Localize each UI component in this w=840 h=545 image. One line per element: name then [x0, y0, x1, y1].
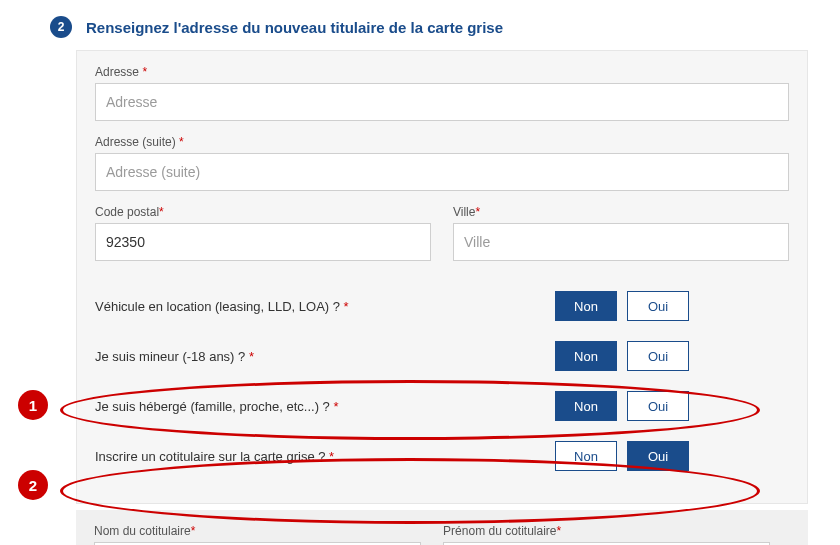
- required-mark: *: [329, 449, 334, 464]
- postal-input[interactable]: [95, 223, 431, 261]
- questions-block: Véhicule en location (leasing, LLD, LOA)…: [95, 285, 789, 485]
- address-panel: Adresse * Adresse (suite) * Code postal*…: [76, 50, 808, 504]
- question-minor: Je suis mineur (-18 ans) ? * Non Oui: [95, 335, 789, 385]
- postal-label: Code postal*: [95, 205, 431, 219]
- minor-yes-button[interactable]: Oui: [627, 341, 689, 371]
- question-label: Véhicule en location (leasing, LLD, LOA)…: [95, 299, 340, 314]
- required-mark: *: [142, 65, 147, 79]
- step-number: 2: [58, 20, 65, 34]
- leasing-yes-button[interactable]: Oui: [627, 291, 689, 321]
- field-coholder-firstname: Prénom du cotitulaire*: [443, 524, 770, 545]
- section-header: 2 Renseignez l'adresse du nouveau titula…: [0, 0, 840, 50]
- annotation-marker-1: 1: [18, 390, 48, 420]
- step-badge: 2: [50, 16, 72, 38]
- question-label: Je suis hébergé (famille, proche, etc...…: [95, 399, 330, 414]
- coholder-toggle: Non Oui: [555, 441, 689, 471]
- required-mark: *: [179, 135, 184, 149]
- minor-toggle: Non Oui: [555, 341, 689, 371]
- address-input[interactable]: [95, 83, 789, 121]
- coholder-panel: Nom du cotitulaire* Prénom du cotitulair…: [76, 510, 808, 545]
- required-mark: *: [191, 524, 196, 538]
- field-postal: Code postal*: [95, 205, 431, 261]
- city-label: Ville*: [453, 205, 789, 219]
- address2-label: Adresse (suite) *: [95, 135, 789, 149]
- required-mark: *: [333, 399, 338, 414]
- section-title: Renseignez l'adresse du nouveau titulair…: [86, 19, 503, 36]
- field-address: Adresse *: [95, 65, 789, 121]
- coholder-firstname-label: Prénom du cotitulaire*: [443, 524, 770, 538]
- required-mark: *: [249, 349, 254, 364]
- coholder-lastname-label: Nom du cotitulaire*: [94, 524, 421, 538]
- address2-input[interactable]: [95, 153, 789, 191]
- question-hosted: Je suis hébergé (famille, proche, etc...…: [95, 385, 789, 435]
- question-leasing: Véhicule en location (leasing, LLD, LOA)…: [95, 285, 789, 335]
- address-label: Adresse *: [95, 65, 789, 79]
- question-label: Je suis mineur (-18 ans) ?: [95, 349, 245, 364]
- required-mark: *: [475, 205, 480, 219]
- annotation-marker-2: 2: [18, 470, 48, 500]
- hosted-yes-button[interactable]: Oui: [627, 391, 689, 421]
- required-mark: *: [159, 205, 164, 219]
- field-address2: Adresse (suite) *: [95, 135, 789, 191]
- required-mark: *: [557, 524, 562, 538]
- hosted-toggle: Non Oui: [555, 391, 689, 421]
- minor-no-button[interactable]: Non: [555, 341, 617, 371]
- question-label: Inscrire un cotitulaire sur la carte gri…: [95, 449, 325, 464]
- leasing-no-button[interactable]: Non: [555, 291, 617, 321]
- required-mark: *: [344, 299, 349, 314]
- leasing-toggle: Non Oui: [555, 291, 689, 321]
- field-city: Ville*: [453, 205, 789, 261]
- question-coholder: Inscrire un cotitulaire sur la carte gri…: [95, 435, 789, 485]
- city-input[interactable]: [453, 223, 789, 261]
- field-coholder-lastname: Nom du cotitulaire*: [94, 524, 421, 545]
- hosted-no-button[interactable]: Non: [555, 391, 617, 421]
- coholder-no-button[interactable]: Non: [555, 441, 617, 471]
- coholder-yes-button[interactable]: Oui: [627, 441, 689, 471]
